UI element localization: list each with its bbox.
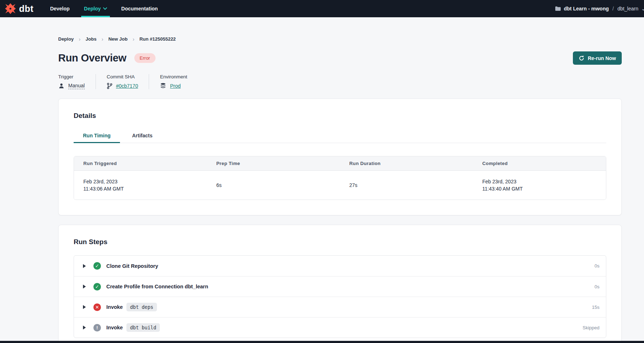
account-project-name: dbt Learn - mwong	[564, 6, 609, 12]
run-meta: Trigger Manual Commit SHA #0cb7170 Envir…	[58, 74, 622, 89]
step-duration: 0s	[594, 284, 599, 289]
dbt-logo-icon	[4, 3, 17, 15]
rerun-now-button[interactable]: Re-run Now	[573, 51, 622, 65]
person-icon	[58, 83, 65, 89]
meta-environment: Environment Prod	[149, 74, 198, 89]
bottom-edge-strip	[0, 341, 644, 343]
meta-commit-sha: Commit SHA #0cb7170	[96, 74, 149, 89]
table-header-row: Run Triggered Prep Time Run Duration Com…	[74, 156, 606, 171]
col-completed: Completed	[473, 156, 606, 170]
details-title: Details	[74, 112, 606, 120]
chevron-right-icon: ›	[79, 36, 80, 42]
skipped-exclaim-icon: !	[93, 324, 101, 331]
dbt-logo[interactable]: dbt	[0, 0, 43, 17]
breadcrumb-jobs[interactable]: Jobs	[85, 36, 96, 42]
account-switcher[interactable]: dbt Learn - mwong / dbt_learn ⌄	[555, 0, 644, 17]
run-steps-card: Run Steps ✓ Clone Git Repository 0s ✓ Cr…	[58, 225, 622, 343]
cell-prep-time: 6s	[207, 171, 340, 200]
step-row-create-profile[interactable]: ✓ Create Profile from Connection dbt_lea…	[74, 276, 606, 297]
status-badge: Error	[134, 53, 156, 63]
col-prep-time: Prep Time	[207, 156, 340, 170]
chevron-down-icon: ⌄	[641, 6, 644, 12]
cell-completed: Feb 23rd, 2023 11:43:40 AM GMT	[473, 171, 606, 200]
step-row-invoke-dbt-deps[interactable]: ✕ Invoke dbt deps 15s	[74, 297, 606, 317]
cell-run-duration: 27s	[340, 171, 473, 200]
step-label: Invoke	[106, 304, 123, 310]
step-row-clone-git[interactable]: ✓ Clone Git Repository 0s	[74, 256, 606, 276]
chevron-down-icon	[103, 7, 107, 10]
expand-caret-icon[interactable]	[83, 305, 87, 309]
table-row: Feb 23rd, 2023 11:43:06 AM GMT 6s 27s Fe…	[74, 171, 606, 200]
step-row-invoke-dbt-build[interactable]: ! Invoke dbt build Skipped	[74, 317, 606, 338]
account-environment-name: dbt_learn	[617, 6, 638, 12]
environment-label: Environment	[160, 74, 187, 79]
details-tabs: Run Timing Artifacts	[74, 129, 606, 143]
breadcrumb-run-number: Run #125055222	[139, 36, 176, 42]
environment-link[interactable]: Prod	[170, 83, 181, 89]
account-separator: /	[612, 6, 615, 12]
page-title: Run Overview	[58, 52, 126, 64]
folder-icon	[555, 6, 561, 11]
step-label: Create Profile from Connection dbt_learn	[106, 284, 208, 289]
refresh-icon	[579, 55, 584, 61]
trigger-label: Trigger	[58, 74, 85, 79]
step-duration: 15s	[592, 305, 599, 310]
nav-items: Develop Deploy Documentation	[43, 0, 165, 17]
git-branch-icon	[107, 83, 112, 89]
chevron-right-icon: ›	[102, 36, 103, 42]
tab-artifacts[interactable]: Artifacts	[123, 129, 162, 143]
commit-sha-label: Commit SHA	[107, 74, 138, 79]
details-card: Details Run Timing Artifacts Run Trigger…	[58, 99, 622, 215]
step-label: Invoke	[106, 325, 123, 330]
chevron-right-icon: ›	[133, 36, 134, 42]
page-content: Deploy › Jobs › New Job › Run #125055222…	[0, 17, 644, 343]
step-command-chip: dbt deps	[126, 303, 157, 311]
breadcrumb-new-job[interactable]: New Job	[108, 36, 128, 42]
success-check-icon: ✓	[93, 283, 101, 291]
run-timing-table: Run Triggered Prep Time Run Duration Com…	[74, 156, 606, 200]
title-row: Run Overview Error Re-run Now	[58, 51, 622, 65]
meta-trigger: Trigger Manual	[58, 74, 96, 89]
col-run-triggered: Run Triggered	[74, 156, 207, 170]
step-command-chip: dbt build	[126, 323, 160, 332]
expand-caret-icon[interactable]	[83, 264, 87, 268]
run-steps-list: ✓ Clone Git Repository 0s ✓ Create Profi…	[74, 255, 606, 338]
error-cross-icon: ✕	[93, 303, 101, 311]
col-run-duration: Run Duration	[340, 156, 473, 170]
nav-item-deploy[interactable]: Deploy	[77, 0, 114, 17]
run-steps-title: Run Steps	[74, 238, 606, 246]
trigger-value[interactable]: Manual	[68, 83, 85, 89]
breadcrumb-deploy[interactable]: Deploy	[58, 36, 74, 42]
cell-run-triggered: Feb 23rd, 2023 11:43:06 AM GMT	[74, 171, 207, 200]
step-duration: Skipped	[583, 325, 599, 330]
expand-caret-icon[interactable]	[83, 325, 87, 330]
nav-item-documentation[interactable]: Documentation	[114, 0, 165, 17]
step-label: Clone Git Repository	[106, 263, 158, 269]
expand-caret-icon[interactable]	[83, 284, 87, 289]
tab-run-timing[interactable]: Run Timing	[74, 129, 120, 143]
breadcrumb: Deploy › Jobs › New Job › Run #125055222	[58, 36, 622, 42]
nav-item-develop[interactable]: Develop	[43, 0, 77, 17]
database-icon	[160, 83, 166, 89]
step-duration: 0s	[594, 263, 599, 269]
commit-sha-link[interactable]: #0cb7170	[116, 83, 138, 89]
top-nav: dbt Develop Deploy Documentation dbt Lea…	[0, 0, 644, 17]
success-check-icon: ✓	[93, 262, 101, 270]
dbt-logo-text: dbt	[19, 4, 33, 14]
